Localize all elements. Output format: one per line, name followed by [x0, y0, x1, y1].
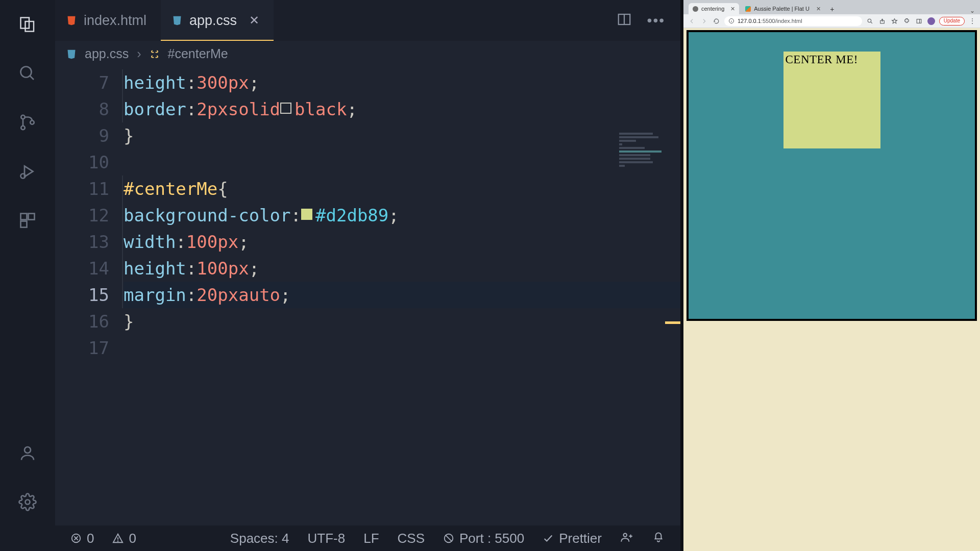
split-editor-icon[interactable] [617, 12, 632, 29]
explorer-icon[interactable] [17, 14, 38, 35]
overview-ruler-marker [665, 321, 680, 324]
status-spaces[interactable]: Spaces: 4 [230, 531, 289, 546]
svg-point-5 [21, 126, 25, 130]
account-icon[interactable] [17, 443, 38, 463]
svg-point-29 [868, 19, 871, 22]
search-icon[interactable] [17, 63, 38, 84]
svg-point-4 [21, 115, 25, 119]
nav-forward-button[interactable] [700, 17, 708, 25]
source-control-icon[interactable] [17, 112, 38, 133]
favicon-icon [745, 6, 751, 12]
feedback-icon[interactable] [620, 530, 633, 547]
tab-label: app.css [189, 13, 237, 29]
code-line: height: 300px; [124, 69, 680, 96]
line-number: 7 [55, 69, 109, 96]
line-number: 11 [55, 176, 109, 202]
editor-area: index.html app.css ✕ ••• app.css › [55, 0, 680, 551]
chrome-toolbar: 127.0.0.1:5500/index.html Update ⋮ [683, 14, 980, 28]
center-me-box: CENTER ME! [783, 52, 880, 148]
line-number: 16 [55, 308, 109, 335]
svg-rect-10 [29, 214, 35, 220]
more-menu-icon[interactable]: ⋮ [969, 20, 976, 22]
svg-point-13 [26, 500, 30, 505]
profile-avatar[interactable] [927, 17, 935, 25]
share-icon[interactable] [878, 17, 887, 25]
code-editor[interactable]: 7 8 9 10 11 12 13 14 15 16 17 height: 30… [55, 66, 680, 525]
line-number: 9 [55, 122, 109, 149]
settings-icon[interactable] [17, 492, 38, 512]
address-bar[interactable]: 127.0.0.1:5500/index.html [724, 16, 862, 26]
bookmark-icon[interactable] [891, 17, 899, 25]
extensions-icon[interactable] [903, 17, 911, 25]
css-rule-icon [150, 48, 160, 59]
chrome-tab-title: centering [701, 6, 724, 12]
status-errors[interactable]: 0 [70, 531, 94, 546]
tab-label: index.html [84, 13, 146, 29]
zoom-icon[interactable] [866, 17, 874, 25]
chrome-window: centering ✕ Aussie Palette | Flat UI Col… [683, 0, 980, 551]
status-live-server[interactable]: Port : 5500 [443, 531, 524, 546]
chrome-tabstrip: centering ✕ Aussie Palette | Flat UI Col… [683, 0, 980, 14]
breadcrumb-file: app.css [85, 46, 129, 61]
status-encoding[interactable]: UTF-8 [308, 531, 346, 546]
tab-app-css[interactable]: app.css ✕ [161, 0, 274, 41]
code-line: #centerMe { [124, 176, 680, 202]
svg-point-23 [624, 533, 627, 537]
status-eol[interactable]: LF [363, 531, 379, 546]
outer-box: CENTER ME! [687, 30, 977, 321]
line-number: 10 [55, 149, 109, 176]
code-line [124, 149, 680, 176]
svg-point-2 [21, 67, 32, 78]
status-bar: 0 0 Spaces: 4 UTF-8 LF CSS Port : 5500 [55, 525, 680, 551]
extensions-icon[interactable] [17, 210, 38, 231]
activity-bar [0, 0, 55, 551]
svg-marker-33 [892, 18, 897, 23]
side-panel-icon[interactable] [915, 17, 923, 25]
status-warnings[interactable]: 0 [112, 531, 136, 546]
status-prettier[interactable]: Prettier [543, 531, 602, 546]
more-actions-icon[interactable]: ••• [647, 12, 665, 29]
page-viewport: CENTER ME! [683, 28, 980, 551]
status-language[interactable]: CSS [398, 531, 425, 546]
favicon-icon [693, 6, 698, 12]
code-line: } [124, 308, 680, 335]
nav-back-button[interactable] [688, 17, 696, 25]
debug-icon[interactable] [17, 161, 38, 182]
chrome-tab-centering[interactable]: centering ✕ [689, 3, 739, 14]
chrome-tab-aussie[interactable]: Aussie Palette | Flat UI Colo… ✕ [741, 3, 825, 14]
site-info-icon[interactable] [728, 18, 734, 24]
close-tab-icon[interactable]: ✕ [727, 6, 735, 12]
code-line: } [124, 122, 680, 149]
chrome-tab-title: Aussie Palette | Flat UI Colo… [754, 6, 810, 12]
code-line [124, 335, 680, 361]
tab-index-html[interactable]: index.html [55, 0, 161, 41]
close-tab-icon[interactable]: ✕ [813, 6, 821, 12]
vscode-window: index.html app.css ✕ ••• app.css › [0, 0, 680, 551]
chevron-down-icon[interactable]: ⌄ [970, 7, 977, 14]
svg-point-12 [24, 447, 31, 453]
svg-point-6 [30, 120, 34, 124]
editor-tabs: index.html app.css ✕ ••• [55, 0, 680, 41]
breadcrumb[interactable]: app.css › #centerMe [55, 41, 680, 66]
svg-rect-9 [21, 214, 27, 220]
line-gutter: 7 8 9 10 11 12 13 14 15 16 17 [55, 66, 121, 525]
line-number: 17 [55, 335, 109, 361]
svg-rect-34 [917, 19, 921, 23]
center-me-text: CENTER ME! [786, 53, 858, 66]
update-button[interactable]: Update [939, 17, 965, 26]
svg-point-20 [118, 541, 118, 541]
new-tab-button[interactable]: + [827, 4, 837, 14]
chevron-right-icon: › [137, 46, 141, 61]
minimap[interactable] [619, 133, 675, 194]
line-number: 13 [55, 229, 109, 255]
code-lines[interactable]: height: 300px; border: 2px solid black; … [121, 66, 680, 525]
breadcrumb-symbol: #centerMe [168, 46, 228, 61]
close-tab-icon[interactable]: ✕ [244, 13, 259, 28]
svg-line-30 [871, 22, 872, 23]
line-number: 14 [55, 255, 109, 282]
bell-icon[interactable] [652, 530, 665, 547]
line-number: 15 [55, 282, 109, 308]
svg-rect-11 [21, 221, 27, 228]
code-line: background-color: #d2db89; [124, 202, 680, 229]
reload-button[interactable] [712, 17, 720, 25]
